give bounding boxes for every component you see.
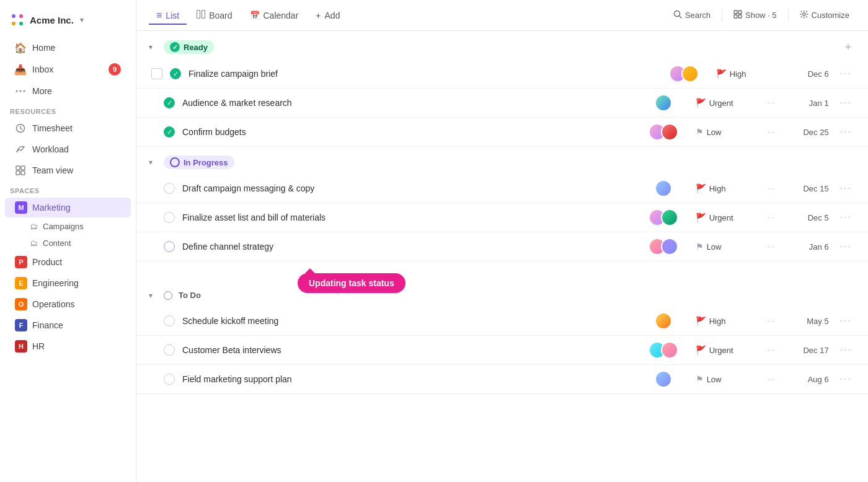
sidebar-item-label: Operations bbox=[32, 299, 74, 309]
sidebar-subitem-campaigns[interactable]: 🗂 Campaigns bbox=[5, 219, 131, 234]
sidebar-item-product[interactable]: P Product bbox=[5, 252, 131, 272]
task-menu[interactable]: ··· bbox=[836, 314, 856, 328]
app-chevron: ▾ bbox=[80, 16, 84, 24]
table-row[interactable]: Field marketing support plan ⚑ Low ··· A… bbox=[136, 365, 868, 394]
extra-dots[interactable]: ··· bbox=[765, 374, 778, 385]
row-checkbox[interactable] bbox=[151, 68, 162, 79]
sidebar-item-workload[interactable]: Workload bbox=[5, 139, 131, 159]
sidebar-item-label: HR bbox=[32, 341, 45, 351]
task-menu[interactable]: ··· bbox=[836, 182, 856, 195]
table-row[interactable]: Draft campaign messaging & copy 🚩 High ·… bbox=[136, 174, 868, 203]
group-chevron-todo[interactable]: ▾ bbox=[149, 291, 159, 300]
extra-dots[interactable]: ··· bbox=[765, 97, 778, 108]
task-status-todo[interactable] bbox=[164, 374, 175, 385]
extra-dots[interactable]: ··· bbox=[765, 344, 778, 356]
task-name: Draft campaign messaging & copy bbox=[182, 183, 631, 193]
svg-point-4 bbox=[16, 90, 18, 92]
task-status-todo[interactable] bbox=[164, 183, 175, 194]
task-menu[interactable]: ··· bbox=[836, 96, 856, 110]
tab-board[interactable]: Board bbox=[189, 6, 239, 24]
sidebar-item-label: Team view bbox=[32, 165, 73, 175]
topbar-divider-2 bbox=[788, 9, 789, 22]
due-date: Dec 6 bbox=[786, 69, 829, 79]
table-row[interactable]: ✓ Audience & market research 🚩 Urgent ··… bbox=[136, 89, 868, 118]
show-button[interactable]: Show · 5 bbox=[727, 6, 783, 24]
task-menu[interactable]: ··· bbox=[836, 67, 856, 81]
task-name: Confirm budgets bbox=[182, 127, 631, 137]
engineering-badge: E bbox=[15, 277, 27, 289]
sidebar-item-operations[interactable]: O Operations bbox=[5, 294, 131, 314]
task-status-done[interactable]: ✓ bbox=[164, 97, 175, 108]
search-button[interactable]: Search bbox=[667, 6, 717, 24]
task-menu[interactable]: ··· bbox=[836, 240, 856, 253]
task-status-todo[interactable] bbox=[164, 315, 175, 326]
priority-label: Urgent bbox=[709, 99, 733, 108]
sidebar-item-home[interactable]: 🏠 Home bbox=[5, 38, 131, 58]
group-label-ready[interactable]: ✓ Ready bbox=[164, 40, 214, 54]
tab-label: Calendar bbox=[264, 11, 299, 20]
task-menu[interactable]: ··· bbox=[836, 211, 856, 224]
table-row[interactable]: Finalize asset list and bill of material… bbox=[136, 203, 868, 232]
tab-add[interactable]: + Add bbox=[308, 7, 347, 24]
sidebar-item-inbox[interactable]: 📥 Inbox 9 bbox=[5, 59, 131, 80]
sidebar-item-finance[interactable]: F Finance bbox=[5, 315, 131, 335]
sidebar-item-label: Marketing bbox=[32, 203, 70, 213]
sidebar-item-teamview[interactable]: Team view bbox=[5, 160, 131, 180]
sidebar-item-timesheet[interactable]: Timesheet bbox=[5, 118, 131, 138]
task-status-done[interactable]: ✓ bbox=[164, 126, 175, 138]
todo-status-icon bbox=[164, 291, 172, 300]
main-panel: ≡ List Board 📅 Calendar + Add bbox=[136, 0, 868, 482]
group-label-inprogress[interactable]: In Progress bbox=[164, 156, 234, 169]
due-date: Dec 25 bbox=[786, 128, 829, 137]
group-chevron-ready[interactable]: ▾ bbox=[149, 43, 159, 51]
teamview-icon bbox=[15, 165, 26, 176]
marketing-badge: M bbox=[15, 201, 27, 214]
table-row[interactable]: Define channel strategy ⚑ Low ··· Jan 6 … bbox=[136, 232, 868, 261]
logo-icon bbox=[10, 12, 25, 27]
content-area: ▾ ✓ Ready + ✓ Finalize campaign brief 🚩 bbox=[136, 31, 868, 482]
calendar-icon: 📅 bbox=[250, 11, 260, 20]
add-icon: + bbox=[316, 11, 321, 20]
extra-dots[interactable]: ··· bbox=[765, 126, 778, 138]
task-avatars bbox=[639, 370, 688, 388]
task-status-todo[interactable] bbox=[164, 241, 175, 252]
tab-calendar[interactable]: 📅 Calendar bbox=[242, 7, 306, 24]
task-status-todo[interactable] bbox=[164, 344, 175, 356]
extra-dots[interactable]: ··· bbox=[765, 315, 778, 326]
svg-point-6 bbox=[24, 90, 25, 92]
extra-dots[interactable]: ··· bbox=[765, 212, 778, 223]
priority-flag-low: ⚑ bbox=[696, 374, 704, 384]
due-date: Dec 15 bbox=[786, 184, 829, 193]
table-row[interactable]: ✓ Finalize campaign brief 🚩 High Dec 6 ·… bbox=[136, 59, 868, 89]
task-status-done[interactable]: ✓ bbox=[170, 68, 181, 79]
table-row[interactable]: ✓ Confirm budgets ⚑ Low ··· Dec 25 ··· bbox=[136, 118, 868, 147]
tab-list[interactable]: ≡ List bbox=[149, 6, 187, 25]
group-chevron-inprogress[interactable]: ▾ bbox=[149, 158, 159, 167]
extra-dots[interactable]: ··· bbox=[765, 241, 778, 252]
sidebar-item-engineering[interactable]: E Engineering bbox=[5, 273, 131, 293]
group-add-ready[interactable]: + bbox=[841, 40, 856, 55]
sidebar-item-label: Workload bbox=[32, 144, 69, 154]
task-menu[interactable]: ··· bbox=[836, 372, 856, 386]
board-icon bbox=[197, 10, 205, 20]
task-menu[interactable]: ··· bbox=[836, 343, 856, 357]
svg-point-0 bbox=[12, 14, 16, 18]
sidebar-item-marketing[interactable]: M Marketing bbox=[5, 198, 131, 217]
app-logo[interactable]: Acme Inc. ▾ bbox=[0, 7, 136, 37]
table-row[interactable]: Schedule kickoff meeting 🚩 High ··· May … bbox=[136, 307, 868, 336]
table-row[interactable]: Customer Beta interviews 🚩 Urgent ··· De… bbox=[136, 336, 868, 365]
sidebar-item-more[interactable]: More bbox=[5, 81, 131, 101]
svg-rect-10 bbox=[16, 171, 20, 175]
task-status-todo[interactable] bbox=[164, 212, 175, 223]
avatar bbox=[655, 312, 672, 330]
customize-button[interactable]: Customize bbox=[794, 6, 856, 24]
task-menu[interactable]: ··· bbox=[836, 125, 856, 139]
spaces-section-label: Spaces bbox=[0, 181, 136, 197]
group-name-inprogress: In Progress bbox=[184, 158, 228, 167]
task-avatars bbox=[639, 209, 688, 226]
extra-dots[interactable]: ··· bbox=[765, 183, 778, 194]
sidebar-item-hr[interactable]: H HR bbox=[5, 336, 131, 356]
group-label-todo[interactable]: To Do bbox=[164, 289, 207, 302]
task-name: Define channel strategy bbox=[182, 242, 631, 252]
sidebar-subitem-content[interactable]: 🗂 Content bbox=[5, 235, 131, 251]
